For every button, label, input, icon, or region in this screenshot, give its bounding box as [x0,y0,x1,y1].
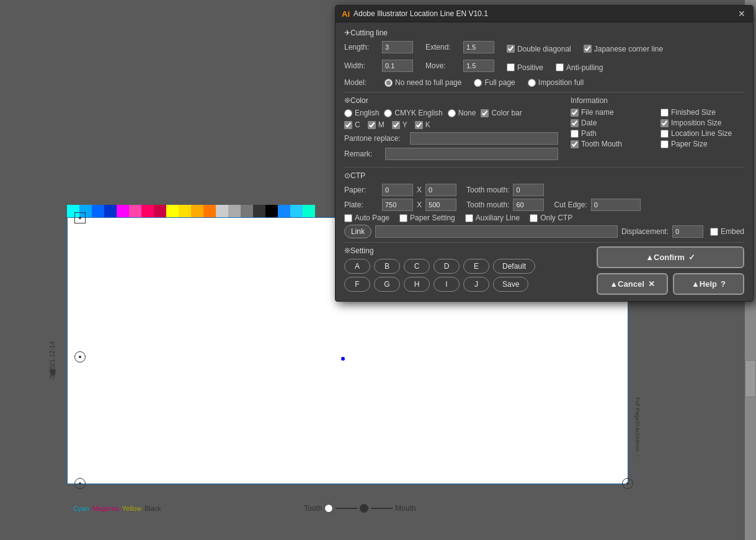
cmyk-english-radio-input[interactable] [384,109,392,117]
anti-pulling-checkbox[interactable] [556,63,564,71]
close-button[interactable]: ✕ [737,9,747,19]
paper-setting-check[interactable]: Paper Setting [399,214,455,222]
finished-size-checkbox[interactable] [660,109,669,117]
length-input[interactable] [382,41,413,53]
imposition-size-check[interactable]: Imposition Size [660,119,744,127]
k-checkbox[interactable] [415,121,423,129]
no-need-full-radio-input[interactable] [385,79,393,87]
color-header: ❊Color [344,96,558,105]
positive-check[interactable]: Positive [507,60,543,75]
english-radio[interactable]: English [344,109,379,117]
tooth-mouth-input2[interactable] [513,199,544,211]
move-input[interactable] [463,60,494,72]
plate-x-input[interactable] [382,199,413,211]
reg-mark-bot-left [74,478,86,489]
color-bar-checkbox[interactable] [481,109,489,117]
only-ctp-checkbox[interactable] [530,214,538,222]
paper-size-check[interactable]: Paper Size [660,140,744,148]
paper-size-checkbox[interactable] [660,140,669,148]
auto-page-checkbox[interactable] [344,214,352,222]
date-checkbox[interactable] [571,119,579,127]
none-radio-input[interactable] [448,109,456,117]
setting-btn-j[interactable]: J [463,277,489,292]
imposition-size-checkbox[interactable] [660,119,669,127]
width-input[interactable] [382,60,413,72]
y-check[interactable]: Y [392,120,407,129]
paper-x-input[interactable] [382,184,413,196]
plate-y-input[interactable] [425,199,456,211]
anti-pulling-check[interactable]: Anti-pulling [556,60,603,75]
divider2 [344,167,744,168]
japanese-corner-checkbox[interactable] [584,45,592,53]
dialog-titlebar: Ai Adobe Illustrator Location Line EN V1… [336,6,753,22]
remark-input[interactable] [385,148,558,160]
setting-btn-b[interactable]: B [374,259,400,274]
link-button[interactable]: Link [344,225,371,238]
finished-size-check[interactable]: Finished Size [660,108,744,117]
japanese-corner-check[interactable]: Japanese corner line [584,41,663,56]
setting-btn-g[interactable]: G [374,277,400,292]
double-diagonal-check[interactable]: Double diagonal [507,41,571,56]
full-page-radio[interactable]: Full page [474,78,515,87]
color-bar-check[interactable]: Color bar [481,109,522,117]
location-line-size-check[interactable]: Location Line Size [660,129,744,138]
c-checkbox[interactable] [344,121,352,129]
extend-input[interactable] [463,41,494,53]
confirm-button[interactable]: ▲Confirm ✓ [597,246,744,268]
file-name-checkbox[interactable] [571,109,579,117]
setting-btn-default[interactable]: Default [493,259,535,274]
setting-btn-save[interactable]: Save [493,277,528,292]
date-check[interactable]: Date [571,119,654,127]
k-check[interactable]: K [415,120,430,129]
full-page-radio-input[interactable] [474,79,482,87]
plate-x-label: X [417,200,422,209]
pantone-input[interactable] [410,132,558,145]
setting-btn-c[interactable]: C [404,259,430,274]
setting-btn-e[interactable]: E [463,259,489,274]
displacement-input[interactable] [672,225,703,238]
positive-checkbox[interactable] [507,63,515,71]
paper-y-input[interactable] [425,184,456,196]
auto-page-check[interactable]: Auto Page [344,214,389,222]
help-button[interactable]: ▲Help ? [673,273,744,295]
c-check[interactable]: C [344,120,360,129]
help-question-icon: ? [721,279,726,289]
path-checkbox[interactable] [571,130,579,138]
file-name-check[interactable]: File name [571,108,654,117]
m-checkbox[interactable] [368,121,376,129]
link-input[interactable] [375,225,618,238]
information-header: Information [571,96,744,105]
scrollbar-thumb[interactable] [745,360,756,397]
auxiliary-line-check[interactable]: Auxiliary Line [465,214,520,222]
tooth-mouth-check[interactable]: Tooth Mouth [571,140,654,148]
setting-btn-f[interactable]: F [344,277,370,292]
y-checkbox[interactable] [392,121,400,129]
tooth-mouth-checkbox[interactable] [571,140,579,148]
cancel-button[interactable]: ▲Cancel ✕ [597,273,668,295]
indicator-center [360,504,368,513]
auxiliary-line-checkbox[interactable] [465,214,473,222]
no-need-full-radio[interactable]: No need to full page [385,78,461,87]
cmyk-english-radio[interactable]: CMYK English [384,109,442,117]
embed-checkbox[interactable] [710,228,718,236]
indicator-left [324,504,333,513]
setting-btn-d[interactable]: D [434,259,460,274]
path-check[interactable]: Path [571,129,654,138]
tooth-mouth-input1[interactable] [513,184,544,196]
embed-check[interactable]: Embed [710,227,744,236]
only-ctp-check[interactable]: Only CTP [530,214,572,222]
none-radio[interactable]: None [448,109,476,117]
indicator-line [336,508,357,509]
imposition-full-radio-input[interactable] [528,79,536,87]
double-diagonal-checkbox[interactable] [507,45,515,53]
location-line-size-checkbox[interactable] [660,130,669,138]
cut-edge-input[interactable] [591,199,641,211]
m-check[interactable]: M [368,120,385,129]
imposition-full-radio[interactable]: Imposition full [528,78,584,87]
paper-setting-checkbox[interactable] [399,214,407,222]
english-radio-input[interactable] [344,109,352,117]
setting-btn-a[interactable]: A [344,259,370,274]
setting-btn-i[interactable]: I [434,277,460,292]
displacement-label: Displacement: [621,227,669,236]
setting-btn-h[interactable]: H [404,277,430,292]
